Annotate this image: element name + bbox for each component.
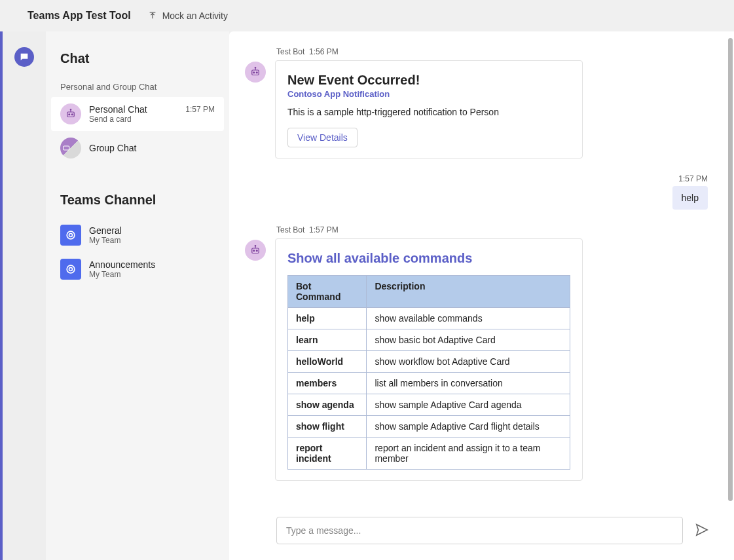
- cell-command: helloWorld: [288, 351, 367, 373]
- cell-command: learn: [288, 329, 367, 351]
- table-header-row: Bot Command Description: [288, 276, 570, 308]
- composer: [229, 510, 734, 560]
- group-avatar-icon: [60, 138, 81, 159]
- sidebar-item-general[interactable]: General My Team: [51, 218, 224, 252]
- main: Chat Personal and Group Chat Personal Ch…: [0, 31, 734, 560]
- topbar: Teams App Test Tool Mock an Activity: [0, 0, 734, 31]
- channel-list: General My Team Announcements My Team: [46, 218, 229, 286]
- sidebar-item-personal-chat[interactable]: Personal Chat Send a card 1:57 PM: [51, 97, 224, 131]
- svg-point-3: [70, 109, 71, 111]
- table-row: helpshow available commands: [288, 308, 570, 329]
- view-details-button[interactable]: View Details: [287, 128, 358, 147]
- bot-avatar-icon: [60, 103, 81, 124]
- mock-activity-button[interactable]: Mock an Activity: [148, 10, 228, 22]
- sidebar-item-name: Announcements: [89, 259, 215, 270]
- adaptive-card: Show all available commands Bot Command …: [275, 238, 583, 481]
- svg-point-7: [67, 265, 75, 273]
- svg-point-5: [67, 231, 75, 239]
- sender-name: Test Bot: [276, 225, 304, 234]
- svg-point-2: [71, 114, 73, 115]
- sidebar-item-name: Personal Chat: [89, 104, 177, 115]
- channel-avatar-icon: [60, 225, 81, 246]
- message-input[interactable]: [276, 517, 683, 544]
- message-time: 1:57 PM: [309, 225, 339, 234]
- bot-message: Test Bot 1:56 PM New Event Occurred! Con…: [245, 47, 712, 159]
- sidebar-item-text: Personal Chat Send a card: [89, 104, 177, 124]
- cell-command: members: [288, 373, 367, 394]
- cell-description: report an incident and assign it to a te…: [367, 438, 570, 470]
- table-row: learnshow basic bot Adaptive Card: [288, 329, 570, 351]
- sidebar-item-announcements[interactable]: Announcements My Team: [51, 252, 224, 286]
- commands-table: Bot Command Description helpshow availab…: [287, 275, 570, 470]
- cell-description: show sample Adaptive Card flight details: [367, 416, 570, 438]
- table-row: show flightshow sample Adaptive Card fli…: [288, 416, 570, 438]
- chat-section-title: Chat: [46, 46, 229, 77]
- col-header-command: Bot Command: [288, 276, 367, 308]
- message-time: 1:57 PM: [678, 174, 708, 183]
- channel-section-title: Teams Channel: [46, 187, 229, 218]
- table-row: show agendashow sample Adaptive Card age…: [288, 394, 570, 416]
- message-header: Test Bot 1:56 PM: [276, 47, 712, 56]
- cell-description: show workflow bot Adaptive Card: [367, 351, 570, 373]
- svg-point-6: [69, 234, 73, 237]
- card-title: New Event Occurred!: [287, 73, 570, 88]
- svg-point-1: [69, 114, 70, 115]
- svg-point-16: [255, 246, 256, 247]
- adaptive-card: New Event Occurred! Contoso App Notifica…: [275, 60, 583, 159]
- chat-list: Personal Chat Send a card 1:57 PM Group …: [46, 97, 229, 165]
- mock-activity-label: Mock an Activity: [162, 10, 228, 21]
- sidebar-item-text: Announcements My Team: [89, 259, 215, 279]
- content: Test Bot 1:56 PM New Event Occurred! Con…: [229, 31, 734, 560]
- cell-description: show sample Adaptive Card agenda: [367, 394, 570, 416]
- app-title: Teams App Test Tool: [13, 10, 131, 22]
- cell-command: show flight: [288, 416, 367, 438]
- message-time: 1:56 PM: [309, 47, 339, 56]
- chat-subheader: Personal and Group Chat: [46, 77, 229, 97]
- table-row: memberslist all members in conversation: [288, 373, 570, 394]
- cell-command: show agenda: [288, 394, 367, 416]
- user-message: 1:57 PM help: [245, 174, 712, 210]
- card-title: Show all available commands: [287, 251, 570, 266]
- cell-command: help: [288, 308, 367, 329]
- sidebar-item-sub: My Team: [89, 270, 215, 279]
- send-icon: [695, 523, 709, 537]
- sidebar: Chat Personal and Group Chat Personal Ch…: [46, 31, 229, 560]
- sidebar-item-time: 1:57 PM: [185, 105, 215, 114]
- cell-description: show available commands: [367, 308, 570, 329]
- scrollbar[interactable]: [728, 38, 733, 501]
- sidebar-item-sub: My Team: [89, 236, 215, 245]
- sidebar-item-name: Group Chat: [89, 143, 215, 153]
- col-header-description: Description: [367, 276, 570, 308]
- svg-point-11: [256, 72, 257, 73]
- svg-point-8: [69, 268, 73, 271]
- cell-description: list all members in conversation: [367, 373, 570, 394]
- upload-icon: [148, 10, 157, 22]
- channel-avatar-icon: [60, 259, 81, 280]
- send-button[interactable]: [692, 520, 712, 542]
- user-bubble: help: [672, 186, 708, 210]
- svg-rect-4: [64, 146, 69, 150]
- messages: Test Bot 1:56 PM New Event Occurred! Con…: [229, 31, 734, 510]
- table-row: report incidentreport an incident and as…: [288, 438, 570, 470]
- bot-avatar-icon: [245, 240, 266, 261]
- svg-point-12: [255, 67, 256, 69]
- sidebar-item-group-chat[interactable]: Group Chat: [51, 131, 224, 165]
- chat-rail-icon[interactable]: [14, 47, 34, 67]
- svg-point-10: [253, 72, 255, 73]
- cell-description: show basic bot Adaptive Card: [367, 329, 570, 351]
- svg-point-14: [253, 250, 255, 252]
- card-subtitle: Contoso App Notification: [287, 89, 570, 99]
- sender-name: Test Bot: [276, 47, 304, 56]
- svg-point-15: [256, 250, 257, 252]
- left-rail: [0, 31, 46, 560]
- table-row: helloWorldshow workflow bot Adaptive Car…: [288, 351, 570, 373]
- sidebar-item-text: General My Team: [89, 225, 215, 245]
- bot-message: Test Bot 1:57 PM Show all available comm…: [245, 225, 712, 481]
- card-body: This is a sample http-triggered notifica…: [287, 107, 570, 117]
- cell-command: report incident: [288, 438, 367, 470]
- sidebar-item-text: Group Chat: [89, 143, 215, 153]
- sidebar-item-name: General: [89, 225, 215, 236]
- bot-avatar-icon: [245, 62, 266, 83]
- sidebar-item-sub: Send a card: [89, 115, 177, 124]
- message-header: Test Bot 1:57 PM: [276, 225, 712, 234]
